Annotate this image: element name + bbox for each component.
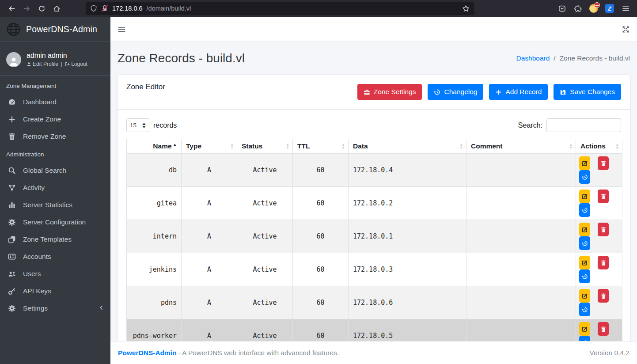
- column-header-data[interactable]: Data▲▼: [349, 139, 466, 154]
- record-comment-cell: [466, 253, 576, 286]
- history-icon: [582, 240, 588, 246]
- chart-bar-icon: [6, 201, 18, 209]
- zone-editor-card: Zone Editor Zone Settings Changelog A: [118, 75, 630, 341]
- edit-record-button[interactable]: [579, 190, 590, 203]
- table-row[interactable]: db A Active 60 172.18.0.4: [127, 154, 622, 187]
- blocked-extension-icon[interactable]: [587, 2, 601, 15]
- sidebar-item-accounts[interactable]: Accounts: [0, 248, 110, 265]
- sidebar-item-global-search[interactable]: Global Search: [0, 162, 110, 179]
- bookmark-star-icon[interactable]: [461, 2, 470, 15]
- record-history-button[interactable]: [579, 269, 590, 283]
- pocket-icon[interactable]: [555, 2, 569, 15]
- sidebar-item-settings[interactable]: Settings: [0, 300, 110, 317]
- fullscreen-expand-icon[interactable]: [622, 26, 629, 33]
- record-history-button[interactable]: [579, 236, 590, 250]
- edit-record-button[interactable]: [579, 223, 590, 236]
- history-icon: [434, 89, 440, 95]
- table-row[interactable]: pdns A Active 60 172.18.0.6: [127, 286, 622, 319]
- record-data-cell: 172.18.0.3: [349, 253, 466, 286]
- record-history-button[interactable]: [579, 170, 590, 184]
- delete-record-button[interactable]: [598, 322, 609, 336]
- browser-toolbar: 172.18.0.6/domain/build.vl Z: [0, 0, 637, 17]
- forward-icon[interactable]: [19, 2, 34, 15]
- sidebar-item-server-configuration[interactable]: Server Configuration: [0, 213, 110, 231]
- edit-profile-link[interactable]: Edit Profile: [27, 61, 58, 67]
- table-row[interactable]: gitea A Active 60 172.18.0.2: [127, 187, 622, 220]
- nav-header-administration: Administration: [0, 145, 110, 162]
- browser-menu-icon[interactable]: [618, 2, 633, 15]
- record-type-cell: A: [182, 187, 237, 220]
- record-data-cell: 172.18.0.2: [349, 187, 466, 220]
- records-label: records: [153, 121, 177, 129]
- tachometer-icon: [6, 98, 18, 106]
- sidebar-item-zone-templates[interactable]: Zone Templates: [0, 231, 110, 248]
- nav-header-zone-management: Zone Management: [0, 76, 110, 93]
- tracking-shield-icon[interactable]: [90, 5, 97, 12]
- sort-icon: ▲▼: [231, 144, 234, 149]
- globe-logo-icon: [6, 22, 21, 37]
- sort-ascending-icon: ▲: [173, 142, 177, 147]
- search-input[interactable]: [546, 118, 621, 132]
- key-icon: [6, 287, 18, 295]
- sidebar-item-api-keys[interactable]: API Keys: [0, 282, 110, 300]
- page-length-select[interactable]: 15: [126, 118, 149, 132]
- sort-icon: ▲▼: [286, 144, 289, 149]
- delete-record-button[interactable]: [598, 190, 609, 203]
- sidebar-item-dashboard[interactable]: Dashboard: [0, 93, 110, 110]
- edit-record-button[interactable]: [579, 322, 590, 336]
- changelog-button[interactable]: Changelog: [428, 84, 483, 100]
- record-data-cell: 172.18.0.5: [349, 319, 466, 341]
- record-history-button[interactable]: [579, 203, 590, 217]
- table-row[interactable]: intern A Active 60 172.18.0.1: [127, 220, 622, 253]
- sidebar-item-users[interactable]: Users: [0, 265, 110, 282]
- trash-icon: [600, 193, 607, 200]
- extensions-puzzle-icon[interactable]: [571, 2, 585, 15]
- table-row[interactable]: jenkins A Active 60 172.18.0.3: [127, 253, 622, 286]
- z-extension-icon[interactable]: Z: [603, 2, 617, 15]
- add-record-button[interactable]: Add Record: [489, 84, 548, 100]
- column-header-ttl[interactable]: TTL▲▼: [293, 139, 349, 154]
- insecure-lock-icon[interactable]: [101, 5, 108, 12]
- url-host: 172.18.0.6: [112, 5, 143, 12]
- record-actions-cell: [576, 187, 622, 220]
- home-icon[interactable]: [49, 2, 64, 15]
- back-icon[interactable]: [4, 2, 19, 15]
- delete-record-button[interactable]: [598, 156, 609, 170]
- record-history-button[interactable]: [579, 303, 590, 316]
- column-header-status[interactable]: Status▲▼: [237, 139, 293, 154]
- url-bar[interactable]: 172.18.0.6/domain/build.vl: [86, 2, 474, 15]
- column-header-comment[interactable]: Comment▲▼: [466, 139, 576, 154]
- plus-icon: [495, 89, 502, 95]
- sidebar-toggle-icon[interactable]: [118, 26, 125, 33]
- column-header-type[interactable]: Type▲▼: [182, 139, 237, 154]
- sidebar-item-remove-zone[interactable]: Remove Zone: [0, 128, 110, 145]
- edit-record-button[interactable]: [579, 256, 590, 269]
- zone-settings-button[interactable]: Zone Settings: [357, 84, 422, 100]
- column-header-name[interactable]: Name▲: [127, 139, 182, 154]
- table-row[interactable]: pdns-worker A Active 60 172.18.0.5: [127, 319, 622, 341]
- reload-icon[interactable]: [34, 2, 49, 15]
- record-status-cell: Active: [237, 253, 293, 286]
- sidebar-item-activity[interactable]: Activity: [0, 179, 110, 196]
- breadcrumb-dashboard-link[interactable]: Dashboard: [516, 54, 550, 62]
- user-icon: [27, 62, 31, 67]
- record-comment-cell: [466, 154, 576, 187]
- edit-record-button[interactable]: [579, 156, 590, 170]
- edit-pencil-icon: [582, 193, 588, 200]
- delete-record-button[interactable]: [598, 256, 609, 269]
- edit-record-button[interactable]: [579, 289, 590, 303]
- logout-link[interactable]: Logout: [65, 61, 87, 67]
- column-header-actions[interactable]: Actions▲▼: [576, 139, 622, 154]
- records-tbody: db A Active 60 172.18.0.4 gitea A Active…: [127, 154, 622, 341]
- edit-pencil-icon: [582, 160, 588, 167]
- save-changes-button[interactable]: Save Changes: [554, 84, 621, 100]
- delete-record-button[interactable]: [598, 289, 609, 303]
- record-history-button[interactable]: [579, 336, 590, 341]
- delete-record-button[interactable]: [598, 223, 609, 236]
- sidebar-item-server-statistics[interactable]: Server Statistics: [0, 196, 110, 213]
- brand[interactable]: PowerDNS-Admin: [0, 17, 110, 42]
- footer-brand-link[interactable]: PowerDNS-Admin: [118, 349, 177, 356]
- sidebar-item-create-zone[interactable]: Create Zone: [0, 110, 110, 128]
- avatar: [6, 52, 21, 67]
- trash-icon: [600, 160, 607, 167]
